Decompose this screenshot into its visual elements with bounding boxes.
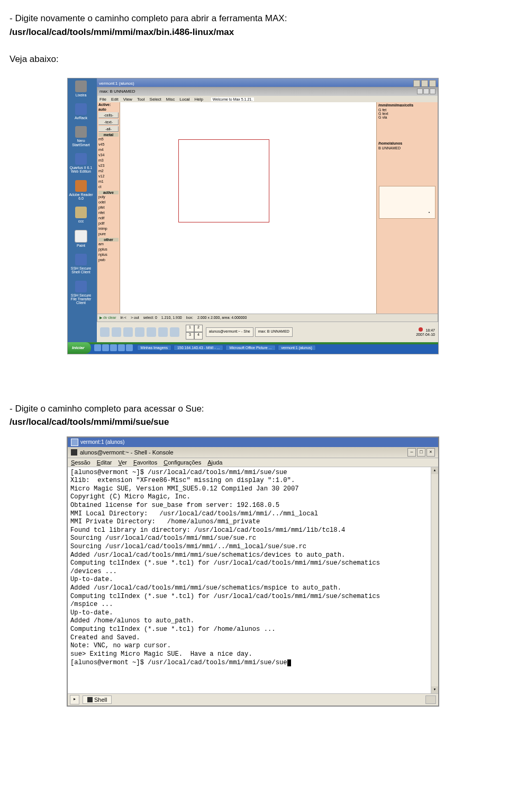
menu-local[interactable]: Local — [179, 97, 189, 102]
home-icon[interactable] — [112, 327, 121, 337]
minimize-button[interactable]: – — [407, 448, 416, 457]
kde-tray-icon[interactable] — [419, 327, 423, 332]
ql-icon[interactable] — [94, 344, 101, 351]
max-window-title: max: B UNNAMED — [97, 87, 438, 96]
minimize-button[interactable] — [413, 80, 420, 87]
unnamed-cell[interactable]: B UNNAMED — [377, 146, 438, 150]
layer-item[interactable]: pure — [97, 232, 120, 237]
layer-item[interactable]: m4 — [97, 148, 120, 153]
layer-item[interactable]: m1 — [97, 180, 120, 185]
taskbar-item[interactable]: Minhas Imagens — [137, 345, 171, 351]
start-button[interactable]: Iniciar — [68, 342, 91, 354]
ql-icon[interactable] — [110, 344, 117, 351]
pager-1[interactable]: 1 — [186, 325, 194, 332]
desktop-icon[interactable]: SSH Secure File Transfer Client — [69, 281, 93, 305]
layer-button[interactable]: -text- — [98, 119, 119, 125]
layer-item[interactable]: poly — [97, 195, 120, 200]
layer-item[interactable]: pplus — [97, 247, 120, 253]
scrollbar[interactable]: ▴ ▾ — [431, 467, 438, 693]
layer-item[interactable]: v45 — [97, 142, 120, 148]
mail-icon[interactable] — [147, 327, 156, 337]
desktop-icon[interactable]: Nero StartSmart — [69, 126, 93, 147]
konsole-menu-ajuda[interactable]: Ajuda — [207, 459, 222, 466]
kmenu-icon[interactable] — [100, 327, 110, 337]
ql-icon[interactable] — [118, 344, 125, 351]
pager-2[interactable]: 2 — [194, 325, 203, 332]
editor-icon[interactable] — [170, 327, 179, 337]
cell-item[interactable]: G via — [377, 115, 438, 119]
taskbar-item[interactable]: 150.164.140.43 - MMI - ... — [174, 345, 224, 351]
pager-4[interactable]: 4 — [194, 332, 203, 340]
cell-item[interactable]: G text — [377, 112, 438, 115]
menu-select[interactable]: Select — [150, 97, 161, 102]
kde-pager[interactable]: 12 34 — [186, 325, 203, 340]
cell-item[interactable]: G fet — [377, 108, 438, 112]
menu-help[interactable]: Help — [194, 97, 203, 102]
menu-file[interactable]: File — [99, 97, 106, 102]
tabbar-handle[interactable] — [425, 695, 436, 704]
kde-clock: 18:47 2007-04-10 — [413, 326, 438, 337]
layer-item[interactable]: v34 — [97, 153, 120, 158]
new-tab-button[interactable]: ▸ — [70, 695, 79, 704]
menu-misc[interactable]: Misc — [166, 97, 175, 102]
ql-icon[interactable] — [102, 344, 109, 351]
shell-tab[interactable]: Shell — [83, 695, 112, 704]
scroll-down-icon[interactable]: ▾ — [431, 686, 438, 693]
layout-canvas[interactable] — [120, 102, 376, 314]
minimap[interactable] — [379, 186, 436, 219]
desktop-icon[interactable]: Quartus II 6.1 Web Edition — [69, 153, 93, 174]
menu-edit[interactable]: Edit — [111, 97, 119, 102]
kde-task-shell[interactable]: alunos@vermont:~ - She — [206, 327, 253, 337]
desktop-icon[interactable]: Lixeira — [69, 81, 93, 97]
konsole-menu-ver[interactable]: Ver — [118, 459, 127, 466]
layer-item[interactable]: odel — [97, 200, 120, 206]
layer-item[interactable]: ct — [97, 185, 120, 190]
konsole-icon[interactable] — [123, 327, 133, 337]
konsole-title-text: alunos@vermont:~ - Shell - Konsole — [80, 449, 174, 456]
layer-item[interactable]: pwb — [97, 258, 120, 263]
layer-item[interactable]: nplus — [97, 253, 120, 258]
desktop-icon[interactable]: Adobe Reader 6.0 — [69, 180, 93, 201]
help-icon[interactable] — [158, 327, 168, 337]
layer-item[interactable]: v23 — [97, 164, 120, 169]
desktop-icon[interactable]: Paint — [69, 230, 93, 247]
terminal-output[interactable]: [alunos@vermont ~]$ /usr/local/cad/tools… — [68, 467, 438, 693]
layer-item[interactable]: m2 — [97, 169, 120, 174]
terminal-text: [alunos@vermont ~]$ /usr/local/cad/tools… — [70, 469, 437, 667]
layer-item[interactable]: inimp — [97, 227, 120, 232]
maximize-button[interactable]: □ — [417, 448, 425, 457]
pager-3[interactable]: 3 — [186, 332, 194, 340]
konsole-menu-favoritos[interactable]: Favoritos — [133, 459, 157, 466]
taskbar-item[interactable]: Microsoft Office Picture ... — [225, 345, 275, 351]
kde-task-max[interactable]: max: B UNNAMED — [255, 327, 293, 337]
konsole-menu-configurações[interactable]: Configurações — [164, 459, 201, 466]
layer-item[interactable]: v12 — [97, 174, 120, 180]
layer-button[interactable]: -all- — [98, 126, 119, 132]
layer-item[interactable]: pdif — [97, 221, 120, 227]
layer-item[interactable]: pfet — [97, 206, 120, 211]
close-button[interactable] — [429, 80, 436, 87]
layer-item[interactable]: am — [97, 242, 120, 247]
konsole-menu-editar[interactable]: Editar — [97, 459, 112, 466]
ql-icon[interactable] — [126, 344, 133, 351]
layer-item[interactable]: m3 — [97, 158, 120, 164]
minimize-icon[interactable] — [417, 88, 423, 94]
layer-button[interactable]: -cells- — [98, 112, 119, 118]
desktop-icon[interactable]: ccc — [69, 207, 93, 223]
menu-view[interactable]: View — [123, 97, 132, 102]
desktop-icon[interactable]: SSH Secure Shell Client — [69, 254, 93, 274]
taskbar-item[interactable]: vermont:1 (alunos) — [278, 345, 316, 351]
konsole-menu-sessão[interactable]: Sessão — [71, 459, 90, 466]
close-icon[interactable] — [430, 88, 436, 94]
scroll-up-icon[interactable]: ▴ — [431, 467, 438, 474]
close-button[interactable]: × — [427, 448, 435, 457]
desktop-icon[interactable]: AvRack — [69, 103, 93, 120]
layer-item[interactable]: m5 — [97, 137, 120, 142]
menu-tool[interactable]: Tool — [137, 97, 145, 102]
layer-item[interactable]: ndif — [97, 216, 120, 221]
browser-icon[interactable] — [135, 327, 144, 337]
kde-time: 18:47 — [425, 328, 435, 332]
maximize-button[interactable] — [421, 80, 428, 87]
maximize-icon[interactable] — [423, 88, 429, 94]
layer-item[interactable]: nfet — [97, 211, 120, 216]
